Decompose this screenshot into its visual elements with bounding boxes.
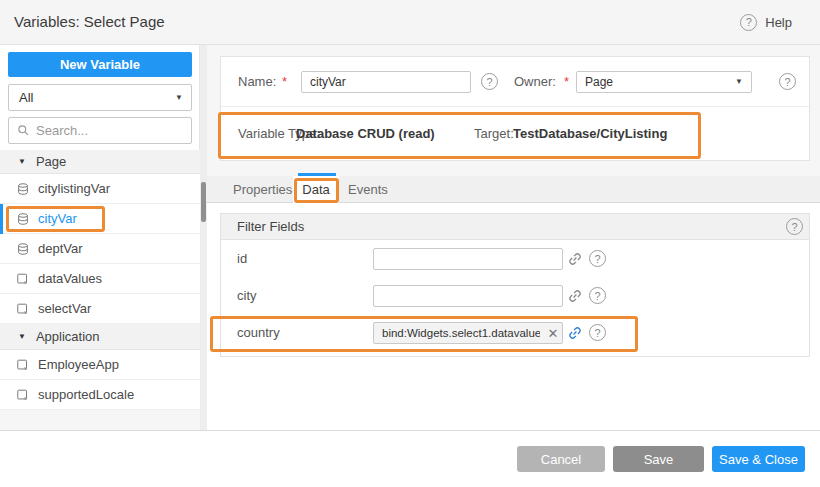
name-label: Name: bbox=[238, 57, 276, 106]
model-variable-icon: x bbox=[16, 302, 30, 316]
filter-row-id: id ? bbox=[221, 248, 809, 270]
filter-row-country: country ✕ ? bbox=[221, 322, 809, 344]
svg-text:x: x bbox=[24, 393, 27, 400]
target-label: Target: bbox=[474, 107, 514, 161]
tree-item-deptvar[interactable]: deptVar bbox=[0, 234, 200, 264]
bind-link-icon[interactable] bbox=[567, 251, 583, 267]
model-variable-icon: x bbox=[16, 272, 30, 286]
model-variable-icon: x bbox=[16, 388, 30, 402]
help-question-icon: ? bbox=[740, 14, 757, 31]
tree-item-label: citylistingVar bbox=[38, 181, 110, 196]
filter-fields-help-icon[interactable]: ? bbox=[786, 218, 803, 235]
sidebar-scrollbar-thumb[interactable] bbox=[201, 182, 206, 222]
variable-tree: ▼ Page citylistingVar cityVar bbox=[0, 150, 200, 432]
search-box bbox=[8, 117, 192, 144]
filter-field-label: city bbox=[237, 285, 257, 307]
name-owner-row: Name: * ? Owner: * Page ▼ ? bbox=[221, 57, 809, 107]
tree-item-label: EmployeeApp bbox=[38, 357, 119, 372]
chevron-down-icon: ▼ bbox=[175, 85, 183, 110]
name-input[interactable] bbox=[301, 71, 471, 93]
bind-link-icon[interactable] bbox=[567, 288, 583, 304]
svg-text:x: x bbox=[24, 307, 27, 314]
field-help-icon[interactable]: ? bbox=[589, 250, 606, 267]
search-icon bbox=[17, 124, 30, 137]
collapse-arrow-icon: ▼ bbox=[18, 332, 26, 341]
variable-type-value: Database CRUD (read) bbox=[296, 107, 435, 161]
filter-fields-panel: Filter Fields ? id ? city ? country ✕ bbox=[220, 213, 810, 357]
filter-country-input[interactable] bbox=[373, 322, 563, 344]
field-help-icon[interactable]: ? bbox=[589, 287, 606, 304]
collapse-arrow-icon: ▼ bbox=[18, 157, 26, 166]
model-variable-icon: x bbox=[16, 358, 30, 372]
sidebar-scrollbar-track[interactable] bbox=[200, 45, 207, 430]
owner-select-value: Page bbox=[585, 75, 613, 89]
tree-item-label: supportedLocale bbox=[38, 387, 134, 402]
filter-field-label: id bbox=[237, 248, 247, 270]
save-and-close-button[interactable]: Save & Close bbox=[712, 446, 805, 472]
help-label: Help bbox=[765, 15, 792, 30]
variable-filter-select[interactable]: All ▼ bbox=[8, 84, 192, 111]
footer-bar: Cancel Save Save & Close bbox=[0, 430, 820, 487]
bind-link-icon-active[interactable] bbox=[567, 325, 583, 341]
save-button[interactable]: Save bbox=[613, 446, 704, 472]
tab-events[interactable]: Events bbox=[348, 176, 388, 203]
tree-item-cityvar-selected[interactable]: cityVar bbox=[0, 204, 200, 234]
dialog-title: Variables: Select Page bbox=[14, 0, 165, 44]
search-input[interactable] bbox=[36, 123, 176, 138]
clear-binding-icon[interactable]: ✕ bbox=[543, 322, 563, 344]
variables-dialog: Variables: Select Page ? Help New Variab… bbox=[0, 0, 820, 487]
tree-item-employeeapp[interactable]: x EmployeeApp bbox=[0, 350, 200, 380]
filter-field-label: country bbox=[237, 322, 280, 344]
svg-text:x: x bbox=[24, 363, 27, 370]
active-tab-indicator bbox=[298, 173, 336, 176]
target-value: TestDatabase/CityListing bbox=[513, 107, 667, 161]
required-asterisk: * bbox=[564, 57, 569, 106]
owner-label: Owner: bbox=[514, 57, 556, 106]
tree-section-page[interactable]: ▼ Page bbox=[0, 150, 200, 174]
dialog-header: Variables: Select Page ? Help bbox=[0, 0, 820, 45]
tree-item-datavalues[interactable]: x dataValues bbox=[0, 264, 200, 294]
database-variable-icon bbox=[16, 242, 30, 256]
tab-properties[interactable]: Properties bbox=[233, 176, 292, 203]
tree-item-label: deptVar bbox=[38, 241, 83, 256]
owner-select[interactable]: Page ▼ bbox=[576, 71, 752, 93]
new-variable-button[interactable]: New Variable bbox=[8, 52, 192, 77]
tab-data[interactable]: Data bbox=[293, 176, 339, 204]
tree-section-application[interactable]: ▼ Application bbox=[0, 324, 200, 350]
variable-type-row: Variable Type: Database CRUD (read) Targ… bbox=[221, 107, 809, 161]
tab-bar: Properties Data Events bbox=[207, 176, 820, 203]
tree-section-label: Application bbox=[36, 329, 100, 344]
required-asterisk: * bbox=[282, 57, 287, 106]
tree-item-label: selectVar bbox=[38, 301, 91, 316]
database-variable-icon bbox=[16, 212, 30, 226]
filter-fields-header: Filter Fields ? bbox=[221, 214, 809, 240]
chevron-down-icon: ▼ bbox=[735, 72, 743, 92]
filter-city-input[interactable] bbox=[373, 285, 563, 307]
selected-item-bar bbox=[0, 204, 3, 234]
tree-item-citylistingvar[interactable]: citylistingVar bbox=[0, 174, 200, 204]
filter-id-input[interactable] bbox=[373, 248, 563, 270]
help-button[interactable]: ? Help bbox=[740, 0, 792, 44]
tree-item-label: cityVar bbox=[38, 211, 77, 226]
filter-row-city: city ? bbox=[221, 285, 809, 307]
tree-item-selectvar[interactable]: x selectVar bbox=[0, 294, 200, 324]
owner-help-icon[interactable]: ? bbox=[779, 73, 796, 90]
tree-item-label: dataValues bbox=[38, 271, 102, 286]
field-help-icon[interactable]: ? bbox=[589, 324, 606, 341]
svg-text:x: x bbox=[24, 277, 27, 284]
sidebar: New Variable All ▼ ▼ Page citylistingVar bbox=[0, 45, 200, 430]
tree-section-label: Page bbox=[36, 154, 66, 169]
database-variable-icon bbox=[16, 182, 30, 196]
name-help-icon[interactable]: ? bbox=[481, 73, 498, 90]
filter-fields-title: Filter Fields bbox=[237, 214, 304, 239]
variable-filter-value: All bbox=[19, 90, 33, 105]
variable-form-panel: Name: * ? Owner: * Page ▼ ? Variable Typ… bbox=[220, 56, 810, 161]
tree-item-supportedlocale[interactable]: x supportedLocale bbox=[0, 380, 200, 410]
cancel-button[interactable]: Cancel bbox=[517, 446, 605, 472]
tree-filler bbox=[0, 410, 200, 432]
